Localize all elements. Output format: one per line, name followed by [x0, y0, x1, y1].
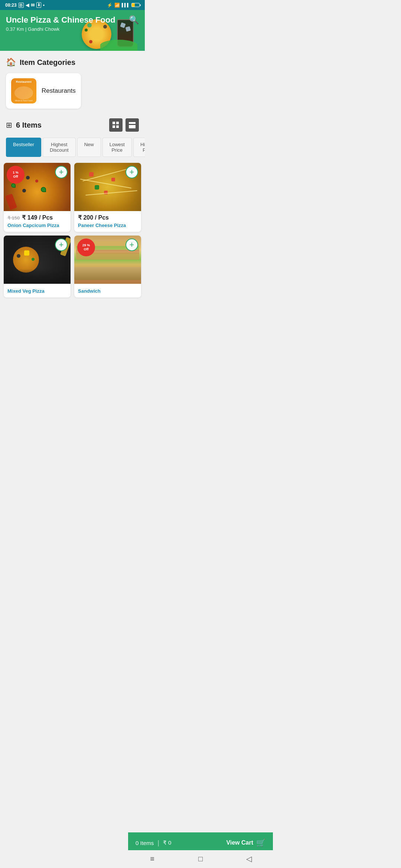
items-count: 6 Items — [16, 121, 42, 129]
category-icon-box: Restaurent Meal & Fast Food — [11, 78, 36, 103]
add-button-4[interactable]: + — [125, 239, 138, 251]
items-header: ⊞ 6 Items — [0, 115, 145, 135]
section-title: Item Categories — [20, 58, 75, 67]
discount-badge-4: 29 %Off — [77, 239, 95, 256]
filter-tab-highest-price[interactable]: Hig...P... — [133, 138, 145, 157]
product-price-row-1: ₹ 150 ₹ 149 / Pcs — [7, 214, 67, 221]
grid-icon: ⊞ — [6, 121, 12, 129]
wifi-icon: 📶 — [114, 3, 120, 8]
svg-rect-6 — [129, 126, 136, 128]
product-info-4: Sandwich — [74, 284, 141, 297]
price-original-1: ₹ 150 — [7, 215, 20, 221]
product-info-1: ₹ 150 ₹ 149 / Pcs Onion Capcicum Pizza — [4, 211, 71, 232]
product-price-row-2: ₹ 200 / Pcs — [78, 214, 137, 221]
product-image-3: + — [4, 236, 71, 284]
food-bowls-decoration — [14, 86, 33, 99]
svg-rect-1 — [116, 122, 119, 124]
filter-tab-new[interactable]: New — [77, 138, 101, 157]
mail-icon: ✉ — [31, 3, 35, 8]
product-image-2: + — [74, 163, 141, 211]
home-icon: 🏠 — [6, 57, 16, 67]
category-icon-sub: Meal & Fast Food — [15, 99, 32, 102]
svg-rect-0 — [113, 122, 115, 124]
location-icon: ◀ — [26, 3, 29, 8]
signal-icon: ▌▌▌ — [122, 3, 130, 7]
product-info-2: ₹ 200 / Pcs Paneer Cheese Pizza — [74, 211, 141, 232]
restaurant-subtitle: 0.37 Km | Gandhi Chowk — [6, 26, 139, 32]
product-name-1: Onion Capcicum Pizza — [7, 223, 67, 228]
status-bar: 08:23 B ◀ ✉ ⬇ • ⚡ 📶 ▌▌▌ — [0, 0, 145, 10]
filter-tab-bestseller[interactable]: Bestseller — [6, 138, 41, 157]
product-name-3: Mixed Veg Pizza — [7, 288, 67, 294]
status-right: ⚡ 📶 ▌▌▌ — [107, 3, 140, 8]
category-card-restaurants[interactable]: Restaurent Meal & Fast Food Restaurants — [6, 73, 81, 109]
categories-list: Restaurent Meal & Fast Food Restaurants — [0, 71, 145, 115]
restaurant-title: Uncle Pizza & Chinese Food — [6, 15, 139, 25]
time-display: 08:23 — [5, 3, 17, 8]
dot-indicator: • — [43, 3, 45, 8]
list-view-button[interactable] — [125, 118, 139, 132]
product-card-4[interactable]: 29 %Off + Sandwich — [74, 236, 141, 297]
filter-tabs: Bestseller HighestDiscount New LowestPri… — [0, 135, 145, 159]
items-count-row: ⊞ 6 Items — [6, 121, 42, 129]
product-image-1: 1 %Off + — [4, 163, 71, 211]
search-button[interactable]: 🔍 — [129, 15, 139, 25]
svg-rect-3 — [116, 125, 119, 128]
view-toggle — [109, 118, 139, 132]
add-button-2[interactable]: + — [125, 166, 138, 178]
add-button-3[interactable]: + — [55, 239, 68, 251]
filter-tab-lowest-price[interactable]: LowestPrice — [102, 138, 132, 157]
main-content: 🏠 Item Categories Restaurent Meal & Fast… — [0, 51, 145, 331]
lettuce-decoration — [100, 40, 137, 51]
download-icon: ⬇ — [36, 2, 41, 8]
price-current-1: ₹ 149 / Pcs — [22, 214, 53, 221]
grid-view-button[interactable] — [109, 118, 123, 132]
discount-badge-1: 1 %Off — [7, 166, 25, 184]
battery-icon — [131, 3, 140, 7]
header-banner: Uncle Pizza & Chinese Food 0.37 Km | Gan… — [0, 10, 145, 51]
category-icon-label: Restaurent — [16, 80, 32, 84]
battery-fill — [132, 3, 135, 7]
products-grid: 1 %Off + ₹ 150 ₹ 149 / Pcs Onion Capcicu… — [0, 159, 145, 301]
add-button-1[interactable]: + — [55, 166, 68, 178]
bluetooth-icon: ⚡ — [107, 3, 113, 8]
price-current-2: ₹ 200 / Pcs — [78, 214, 109, 221]
product-info-3: Mixed Veg Pizza — [4, 284, 71, 297]
item-categories-header: 🏠 Item Categories — [0, 51, 145, 71]
product-card-2[interactable]: + ₹ 200 / Pcs Paneer Cheese Pizza — [74, 163, 141, 232]
product-image-4: 29 %Off + — [74, 236, 141, 284]
product-name-4: Sandwich — [78, 288, 137, 294]
block-b-icon: B — [19, 3, 24, 8]
product-card-3[interactable]: + Mixed Veg Pizza — [4, 236, 71, 297]
product-name-2: Paneer Cheese Pizza — [78, 223, 137, 228]
status-left: 08:23 B ◀ ✉ ⬇ • — [5, 2, 45, 8]
svg-rect-4 — [129, 122, 136, 124]
filter-tab-highest-discount[interactable]: HighestDiscount — [43, 138, 76, 157]
header-content: Uncle Pizza & Chinese Food 0.37 Km | Gan… — [6, 15, 139, 32]
category-name: Restaurants — [42, 87, 76, 95]
svg-rect-2 — [113, 125, 115, 128]
product-card-1[interactable]: 1 %Off + ₹ 150 ₹ 149 / Pcs Onion Capcicu… — [4, 163, 71, 232]
